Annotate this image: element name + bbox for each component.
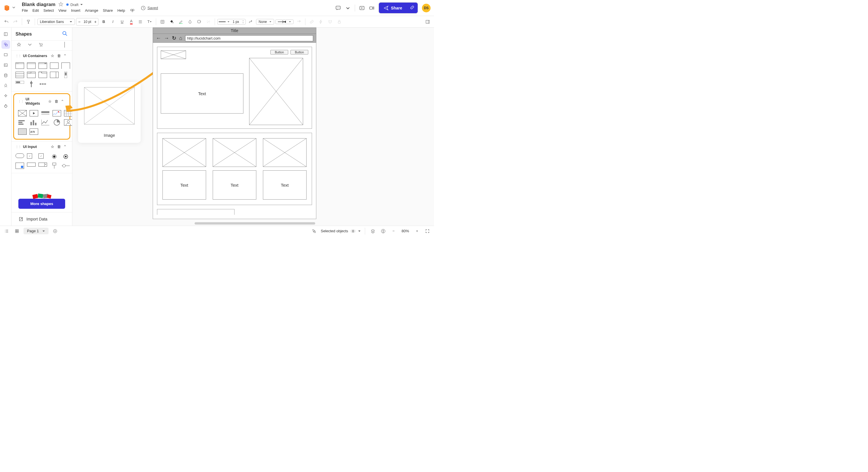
format-painter-button[interactable] xyxy=(24,18,32,26)
container-shape[interactable] xyxy=(61,72,70,78)
widget-linechart-shape[interactable] xyxy=(41,119,50,126)
wf-card-text[interactable]: Text xyxy=(213,170,256,200)
wf-card-text[interactable]: Text xyxy=(162,170,206,200)
wf-browser-nav[interactable]: ← → ↻ ⌂ http://lucidchart.com xyxy=(153,34,316,43)
rail-image-icon[interactable] xyxy=(1,61,10,69)
text-options-button[interactable]: T xyxy=(146,18,154,26)
container-shape[interactable] xyxy=(38,63,47,69)
container-shape[interactable] xyxy=(50,63,59,69)
container-shape[interactable] xyxy=(50,72,59,78)
zoom-level[interactable]: 80% xyxy=(400,229,410,233)
container-shape[interactable] xyxy=(16,63,24,69)
save-status[interactable]: Saved xyxy=(141,5,158,11)
panels-toggle-button[interactable] xyxy=(424,18,432,26)
container-shape[interactable] xyxy=(38,72,47,78)
widget-video-shape[interactable] xyxy=(30,110,38,116)
menu-arrange[interactable]: Arrange xyxy=(85,8,98,14)
menu-share[interactable]: Share xyxy=(103,8,113,14)
wf-card-image[interactable] xyxy=(263,138,307,167)
wf-card[interactable]: Text xyxy=(263,138,307,200)
rail-shapes-icon[interactable] xyxy=(1,40,10,49)
rail-rocket-icon[interactable] xyxy=(1,81,10,90)
arrow-start-select[interactable]: None xyxy=(256,19,274,25)
pinned-chevron-icon[interactable] xyxy=(26,42,33,47)
menu-file[interactable]: File xyxy=(22,8,28,14)
pinned-divider-icon[interactable] xyxy=(61,42,68,47)
document-title[interactable]: Blank diagram xyxy=(22,2,55,7)
outline-view-icon[interactable] xyxy=(3,227,10,235)
section-header-widgets[interactable]: ⋮⋮ UI Widgets ☆ 🗑 ⌃ xyxy=(14,94,69,108)
action-button[interactable] xyxy=(317,18,325,26)
wf-title-bar[interactable]: Title xyxy=(153,28,316,34)
wf-card-image[interactable] xyxy=(213,138,256,167)
zoom-out-button[interactable]: − xyxy=(390,227,397,235)
wf-logo-placeholder[interactable] xyxy=(161,50,186,59)
input-radio-on-shape[interactable] xyxy=(50,154,59,160)
widget-image-shape[interactable] xyxy=(18,110,27,116)
section-collapse-icon[interactable]: ⌃ xyxy=(61,99,65,103)
favorite-star-icon[interactable] xyxy=(58,2,63,8)
canvas[interactable]: Image Title ← → ↻ ⌂ http://lucidchart.co… xyxy=(72,28,434,226)
section-delete-icon[interactable]: 🗑 xyxy=(57,54,62,58)
underline-button[interactable]: U xyxy=(118,18,126,26)
input-signpost-shape[interactable] xyxy=(50,163,59,169)
input-textfield-shape[interactable] xyxy=(27,163,36,167)
undo-button[interactable] xyxy=(2,18,10,26)
container-shape[interactable] xyxy=(16,72,24,78)
font-size-decrease[interactable]: − xyxy=(76,19,82,25)
draft-status[interactable]: Draft xyxy=(66,3,83,7)
menu-insert[interactable]: Insert xyxy=(71,8,81,14)
input-toggle-shape[interactable] xyxy=(61,163,70,169)
magnet-button[interactable] xyxy=(326,18,334,26)
lock-button[interactable] xyxy=(335,18,343,26)
wf-card[interactable]: Text xyxy=(213,138,256,200)
present-icon[interactable] xyxy=(359,5,365,11)
shapes-search-icon[interactable] xyxy=(62,30,68,38)
menu-help[interactable]: Help xyxy=(117,8,125,14)
app-logo-icon[interactable] xyxy=(3,5,10,11)
align-button[interactable] xyxy=(136,18,144,26)
section-collapse-icon[interactable]: ⌃ xyxy=(63,54,68,58)
flip-button[interactable] xyxy=(295,18,303,26)
magic-button[interactable] xyxy=(205,18,212,26)
share-link-button[interactable] xyxy=(407,3,417,13)
pinned-star-icon[interactable] xyxy=(16,42,22,47)
input-checkbox2-shape[interactable]: ✓ xyxy=(38,154,43,159)
wf-card[interactable]: Text xyxy=(162,138,206,200)
font-size-increase[interactable]: + xyxy=(92,19,98,25)
wf-hero-text[interactable]: Text xyxy=(161,73,243,113)
input-checkbox-shape[interactable]: ✓ xyxy=(27,154,32,159)
rail-data-icon[interactable] xyxy=(1,71,10,80)
font-family-select[interactable]: Liberation Sans xyxy=(37,19,75,25)
layers-icon[interactable] xyxy=(369,227,377,235)
wf-card-text[interactable]: Text xyxy=(263,170,307,200)
menu-view[interactable]: View xyxy=(59,8,67,14)
container-shape[interactable] xyxy=(27,72,36,78)
chevron-down-icon[interactable] xyxy=(345,5,351,11)
widget-map-shape[interactable] xyxy=(53,110,61,116)
wf-hero-section[interactable]: Button Button Text xyxy=(157,47,312,129)
border-color-button[interactable] xyxy=(177,18,185,26)
wireframe-mockup[interactable]: Title ← → ↻ ⌂ http://lucidchart.com Butt… xyxy=(153,28,316,219)
shape-fill-button[interactable] xyxy=(158,18,166,26)
canvas-horizontal-scrollbar[interactable] xyxy=(195,222,315,225)
rail-sparkle-icon[interactable] xyxy=(1,92,10,100)
widget-profile-shape[interactable] xyxy=(64,119,72,126)
link-button[interactable] xyxy=(308,18,316,26)
widget-captcha-shape[interactable]: B7k xyxy=(30,129,38,135)
widget-heading-shape[interactable] xyxy=(41,110,50,116)
menu-edit[interactable]: Edit xyxy=(32,8,39,14)
wf-back-icon[interactable]: ← xyxy=(156,35,161,41)
text-color-button[interactable]: A xyxy=(127,18,135,26)
wf-url-bar[interactable]: http://lucidchart.com xyxy=(185,35,313,41)
container-shape[interactable] xyxy=(27,63,36,69)
container-shape[interactable] xyxy=(61,63,70,69)
fill-color-button[interactable] xyxy=(167,18,176,26)
line-route-button[interactable] xyxy=(247,18,255,26)
italic-button[interactable]: I xyxy=(109,18,117,26)
wf-reload-icon[interactable]: ↻ xyxy=(172,35,176,41)
grid-view-icon[interactable] xyxy=(13,227,21,235)
section-star-icon[interactable]: ☆ xyxy=(51,54,55,58)
wf-card-image[interactable] xyxy=(162,138,206,167)
menu-select[interactable]: Select xyxy=(43,8,54,14)
